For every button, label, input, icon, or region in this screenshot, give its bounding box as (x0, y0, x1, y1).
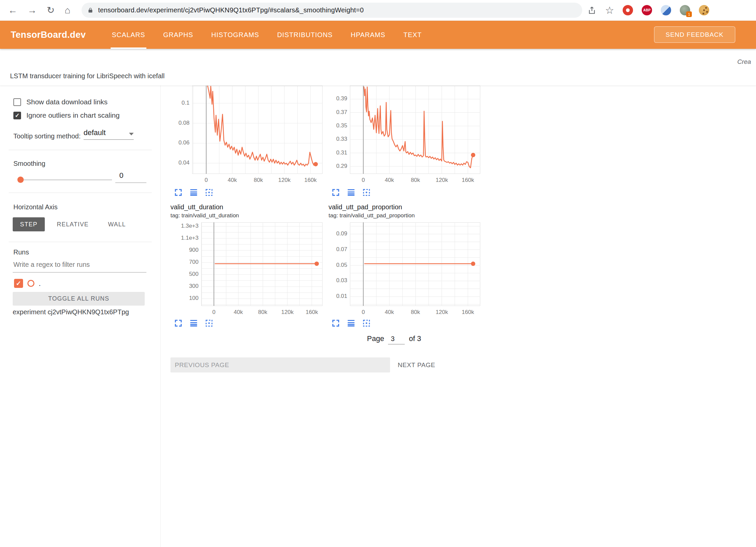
log-scale-toggle-button[interactable] (347, 319, 356, 328)
smoothing-value-input[interactable] (115, 171, 146, 183)
fit-domain-button[interactable] (205, 188, 214, 197)
y-tick-label: 0.1 (163, 100, 190, 106)
x-tick-label: 120k (276, 177, 292, 184)
horizontal-axis-label: Horizontal Axis (13, 203, 57, 211)
blue-extension-icon[interactable] (661, 5, 671, 15)
log-scale-toggle-icon (189, 188, 198, 197)
axis-relative-button[interactable]: RELATIVE (49, 217, 96, 231)
show-download-links-checkbox[interactable] (13, 98, 21, 106)
extension-with-badge-icon[interactable]: 1 (680, 5, 690, 15)
x-tick-label: 120k (434, 177, 450, 184)
check-icon: ✓ (16, 280, 21, 287)
y-tick-label: 0.07 (321, 246, 347, 253)
chart-action-buttons (174, 319, 214, 328)
chart-canvas[interactable] (201, 222, 323, 306)
send-feedback-button[interactable]: SEND FEEDBACK (654, 26, 735, 43)
y-tick-label: 0.31 (321, 149, 347, 156)
expand-chart-button[interactable] (174, 188, 183, 197)
home-icon[interactable]: ⌂ (65, 6, 70, 15)
x-tick-label: 80k (407, 309, 423, 316)
expand-chart-button[interactable] (174, 319, 183, 328)
scalar-chart-plot[interactable]: 0.290.310.330.350.370.39040k80k120k160k (350, 86, 480, 174)
fit-domain-button[interactable] (362, 188, 371, 197)
page-number-input[interactable] (388, 334, 405, 344)
smoothing-slider-track[interactable] (18, 180, 112, 180)
abp-extension-icon[interactable]: ABP (642, 5, 652, 15)
fit-domain-icon (205, 188, 214, 197)
runs-filter-input[interactable] (13, 261, 146, 272)
share-icon[interactable] (588, 6, 596, 15)
smoothing-slider-thumb[interactable] (17, 177, 24, 183)
axis-step-button[interactable]: STEP (13, 217, 45, 231)
cookie-extension-icon[interactable] (699, 5, 709, 15)
url-bar[interactable]: tensorboard.dev/experiment/cj2vtPiwQHKN9… (82, 3, 582, 18)
log-scale-toggle-button[interactable] (189, 188, 198, 197)
chart-header: valid_utt_duration tag: train/valid_utt_… (170, 203, 239, 219)
chart-action-buttons (174, 188, 214, 197)
tab-hparams[interactable]: HPARAMS (349, 21, 387, 49)
forward-icon[interactable]: → (27, 6, 37, 15)
ignore-outliers-checkbox[interactable]: ✓ (13, 112, 21, 119)
chart-title: valid_utt_duration (170, 203, 239, 211)
previous-page-button[interactable]: PREVIOUS PAGE (170, 357, 390, 372)
tab-scalars[interactable]: SCALARS (111, 21, 147, 49)
scalar-chart-plot[interactable]: 0.010.030.050.070.09040k80k120k160k (350, 222, 480, 306)
divider (9, 193, 152, 193)
x-tick-label: 40k (381, 177, 397, 184)
fit-domain-button[interactable] (362, 319, 371, 328)
run-color-swatch[interactable] (27, 280, 34, 287)
chevron-down-icon (129, 133, 134, 135)
app-header: TensorBoard.dev SCALARS GRAPHS HISTOGRAM… (0, 21, 756, 49)
reload-icon[interactable]: ↻ (47, 6, 54, 15)
expand-chart-icon (174, 319, 183, 328)
x-tick-label: 120k (279, 309, 295, 316)
toggle-all-runs-button[interactable]: TOGGLE ALL RUNS (13, 292, 145, 306)
tab-histograms[interactable]: HISTOGRAMS (210, 21, 260, 49)
y-tick-label: 900 (172, 247, 199, 253)
axis-wall-button[interactable]: WALL (101, 217, 133, 231)
scalar-chart-plot[interactable]: 1003005007009001.1e+31.3e+3040k80k120k16… (201, 222, 323, 306)
y-tick-label: 0.05 (321, 262, 347, 268)
back-icon[interactable]: ← (8, 6, 17, 15)
bookmark-star-icon[interactable]: ☆ (605, 4, 614, 16)
next-page-button[interactable]: NEXT PAGE (398, 357, 435, 372)
tab-graphs[interactable]: GRAPHS (162, 21, 195, 49)
expand-chart-button[interactable] (331, 319, 340, 328)
fit-domain-button[interactable] (205, 319, 214, 328)
chart-tag: tag: train/valid_utt_pad_proportion (329, 212, 415, 219)
show-download-links-label: Show data download links (26, 98, 108, 106)
scalar-chart-plot[interactable]: 0.040.060.080.1040k80k120k160k (192, 86, 323, 174)
chart-canvas[interactable] (350, 86, 480, 174)
x-tick-label: 0 (355, 177, 371, 184)
log-scale-toggle-button[interactable] (347, 188, 356, 197)
log-scale-toggle-icon (189, 319, 198, 328)
y-tick-label: 0.29 (321, 163, 347, 170)
check-icon: ✓ (15, 112, 19, 119)
expand-chart-button[interactable] (331, 188, 340, 197)
x-tick-label: 40k (230, 309, 246, 316)
tab-text[interactable]: TEXT (402, 21, 423, 49)
x-tick-label: 0 (198, 177, 214, 184)
x-tick-label: 0 (355, 309, 371, 316)
series-endpoint-dot (471, 261, 475, 266)
y-tick-label: 700 (172, 259, 199, 265)
run-checkbox[interactable]: ✓ (14, 279, 23, 288)
expand-chart-icon (174, 188, 183, 197)
series-endpoint-dot (471, 153, 475, 157)
tab-distributions[interactable]: DISTRIBUTIONS (276, 21, 334, 49)
chart-canvas[interactable] (192, 86, 323, 174)
browser-chrome: ← → ↻ ⌂ tensorboard.dev/experiment/cj2vt… (0, 0, 756, 21)
experiment-description: LSTM transducer training for LibriSpeech… (10, 72, 164, 80)
pagination: Page of 3 (367, 334, 421, 344)
url-text: tensorboard.dev/experiment/cj2vtPiwQHKN9… (98, 6, 364, 14)
x-tick-label: 80k (407, 177, 423, 184)
adblocker-extension-icon[interactable] (623, 5, 633, 15)
chart-canvas[interactable] (350, 222, 480, 306)
chart-title: valid_utt_pad_proportion (329, 203, 415, 211)
tooltip-sorting-select[interactable]: default (84, 128, 134, 140)
log-scale-toggle-button[interactable] (189, 319, 198, 328)
fit-domain-icon (205, 319, 214, 328)
y-tick-label: 0.06 (163, 139, 190, 146)
y-tick-label: 0.03 (321, 277, 347, 284)
expand-chart-icon (331, 188, 340, 197)
